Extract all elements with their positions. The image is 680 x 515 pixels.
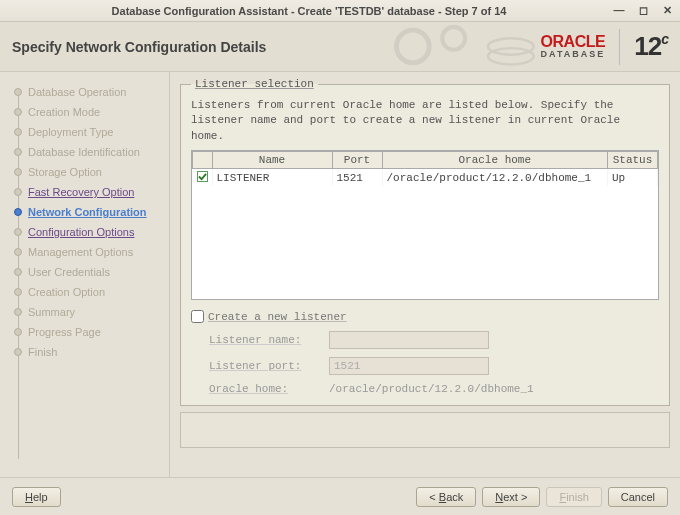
row-name: LISTENER <box>212 169 332 187</box>
checkbox-checked-icon[interactable] <box>197 171 208 182</box>
maximize-icon[interactable]: ◻ <box>636 4 650 17</box>
wizard-step-9: User Credentials <box>14 262 163 282</box>
wizard-step-0: Database Operation <box>14 82 163 102</box>
svg-point-0 <box>397 30 430 63</box>
step-label: Database Operation <box>28 86 126 98</box>
col-port[interactable]: Port <box>332 152 382 169</box>
create-new-listener-row: Create a new listener <box>191 310 659 323</box>
wizard-step-10: Creation Option <box>14 282 163 302</box>
header: Specify Network Configuration Details OR… <box>0 22 680 72</box>
step-dot-icon <box>14 168 22 176</box>
col-home[interactable]: Oracle home <box>382 152 608 169</box>
create-new-listener-checkbox[interactable] <box>191 310 204 323</box>
step-dot-icon <box>14 228 22 236</box>
brand-name: ORACLE <box>541 34 606 50</box>
step-label: Summary <box>28 306 75 318</box>
listener-selection-panel: Listener selection Listeners from curren… <box>180 78 670 406</box>
brand-sub: DATABASE <box>541 50 606 59</box>
create-new-listener-label[interactable]: Create a new listener <box>208 311 347 323</box>
wizard-step-4: Storage Option <box>14 162 163 182</box>
step-dot-icon <box>14 88 22 96</box>
wizard-step-8: Management Options <box>14 242 163 262</box>
message-panel <box>180 412 670 448</box>
svg-point-1 <box>442 27 465 50</box>
wizard-step-2: Deployment Type <box>14 122 163 142</box>
wizard-step-3: Database Identification <box>14 142 163 162</box>
table-row[interactable]: LISTENER1521/oracle/product/12.2.0/dbhom… <box>193 169 658 187</box>
svg-point-2 <box>488 38 534 54</box>
row-port: 1521 <box>332 169 382 187</box>
col-status[interactable]: Status <box>608 152 658 169</box>
panel-description: Listeners from current Oracle home are l… <box>191 98 659 144</box>
col-check <box>193 152 213 169</box>
step-label: User Credentials <box>28 266 110 278</box>
listener-name-row: Listener name: <box>191 331 659 349</box>
row-status: Up <box>608 169 658 187</box>
step-label[interactable]: Fast Recovery Option <box>28 186 134 198</box>
back-button[interactable]: < Back <box>416 487 476 507</box>
finish-button: Finish <box>546 487 601 507</box>
brand-version: 12c <box>634 31 668 62</box>
next-button[interactable]: Next > <box>482 487 540 507</box>
oracle-home-label: Oracle home: <box>209 383 319 395</box>
step-label: Database Identification <box>28 146 140 158</box>
panel-legend: Listener selection <box>191 78 318 90</box>
row-home: /oracle/product/12.2.0/dbhome_1 <box>382 169 608 187</box>
listener-port-label: Listener port: <box>209 360 319 372</box>
listener-table-container: Name Port Oracle home Status LISTENER152… <box>191 150 659 300</box>
brand-logo: ORACLE DATABASE 12c <box>541 29 668 65</box>
step-dot-icon <box>14 348 22 356</box>
step-label: Progress Page <box>28 326 101 338</box>
svg-point-3 <box>488 48 534 64</box>
wizard-step-12: Progress Page <box>14 322 163 342</box>
step-label: Management Options <box>28 246 133 258</box>
step-label[interactable]: Configuration Options <box>28 226 134 238</box>
listener-port-input <box>329 357 489 375</box>
cancel-button[interactable]: Cancel <box>608 487 668 507</box>
step-dot-icon <box>14 268 22 276</box>
step-dot-icon <box>14 308 22 316</box>
main: Database OperationCreation ModeDeploymen… <box>0 72 680 477</box>
listener-table: Name Port Oracle home Status LISTENER152… <box>192 151 658 186</box>
footer: Help < Back Next > Finish Cancel <box>0 477 680 515</box>
step-dot-icon <box>14 288 22 296</box>
close-icon[interactable]: ✕ <box>660 4 674 17</box>
step-label: Creation Mode <box>28 106 100 118</box>
listener-name-label: Listener name: <box>209 334 319 346</box>
step-label[interactable]: Network Configuration <box>28 206 147 218</box>
row-checkbox-cell[interactable] <box>193 169 213 187</box>
step-dot-icon <box>14 108 22 116</box>
step-dot-icon <box>14 248 22 256</box>
content-area: Listener selection Listeners from curren… <box>170 72 680 477</box>
minimize-icon[interactable]: — <box>612 4 626 17</box>
listener-port-row: Listener port: <box>191 357 659 375</box>
oracle-home-row: Oracle home: /oracle/product/12.2.0/dbho… <box>191 383 659 395</box>
step-label: Finish <box>28 346 57 358</box>
wizard-step-7[interactable]: Configuration Options <box>14 222 163 242</box>
wizard-step-1: Creation Mode <box>14 102 163 122</box>
decorative-gears <box>380 22 560 71</box>
step-dot-icon <box>14 188 22 196</box>
window-titlebar: Database Configuration Assistant - Creat… <box>0 0 680 22</box>
step-label: Creation Option <box>28 286 105 298</box>
step-dot-icon <box>14 128 22 136</box>
wizard-steps-sidebar: Database OperationCreation ModeDeploymen… <box>0 72 170 477</box>
window-title: Database Configuration Assistant - Creat… <box>6 5 612 17</box>
wizard-step-6[interactable]: Network Configuration <box>14 202 163 222</box>
page-title: Specify Network Configuration Details <box>12 39 266 55</box>
wizard-step-13: Finish <box>14 342 163 362</box>
step-dot-icon <box>14 328 22 336</box>
listener-name-input <box>329 331 489 349</box>
wizard-step-11: Summary <box>14 302 163 322</box>
wizard-step-5[interactable]: Fast Recovery Option <box>14 182 163 202</box>
step-label: Storage Option <box>28 166 102 178</box>
window-controls: — ◻ ✕ <box>612 4 674 17</box>
help-button[interactable]: Help <box>12 487 61 507</box>
step-dot-icon <box>14 208 22 216</box>
step-dot-icon <box>14 148 22 156</box>
col-name[interactable]: Name <box>212 152 332 169</box>
oracle-home-value: /oracle/product/12.2.0/dbhome_1 <box>329 383 534 395</box>
step-label: Deployment Type <box>28 126 113 138</box>
